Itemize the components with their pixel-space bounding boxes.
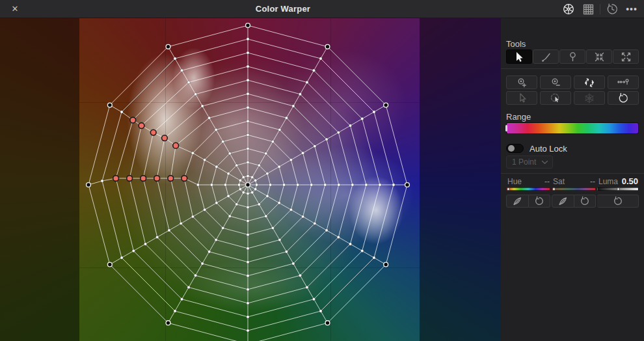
hue-marker xyxy=(507,187,510,191)
close-icon[interactable]: ✕ xyxy=(9,3,21,15)
range-hue-bar[interactable] xyxy=(506,122,639,134)
more-options-icon[interactable]: ••• xyxy=(622,0,641,18)
range-handle[interactable] xyxy=(505,125,507,131)
selection-row xyxy=(506,91,639,105)
panel-divider xyxy=(501,173,644,174)
luma-marker xyxy=(617,187,620,191)
reset-mesh-button[interactable] xyxy=(608,91,639,105)
warp-mesh[interactable] xyxy=(0,18,501,341)
sat-label: Sat xyxy=(553,177,565,186)
sat-buttons xyxy=(552,195,596,208)
color-wheel-view-icon[interactable] xyxy=(559,0,578,18)
tools-heading: Tools xyxy=(506,39,526,49)
draw-tool[interactable] xyxy=(533,49,559,64)
compress-tool[interactable] xyxy=(586,49,612,64)
hue-reset-button[interactable] xyxy=(529,195,551,208)
titlebar-actions: ••• xyxy=(559,0,641,18)
point-mode-value: 1 Point xyxy=(512,157,536,167)
point-edit-row xyxy=(506,75,639,89)
hue-strip xyxy=(506,187,550,191)
pin-tool[interactable] xyxy=(559,49,585,64)
auto-lock-toggle[interactable] xyxy=(506,144,524,153)
page-title: Color Warper xyxy=(215,0,351,18)
tool-mode-row xyxy=(506,49,639,64)
history-reset-icon[interactable] xyxy=(602,0,622,18)
warp-viewer xyxy=(0,18,501,341)
hue-feather-button[interactable] xyxy=(506,195,529,208)
remove-point-button[interactable] xyxy=(540,75,571,89)
hue-value: -- xyxy=(527,177,550,186)
titlebar-separator xyxy=(600,4,600,14)
luma-reset-button[interactable] xyxy=(597,195,639,208)
range-heading: Range xyxy=(506,112,531,122)
point-mode-dropdown[interactable]: 1 Point xyxy=(506,156,553,169)
luma-value: 0.50 xyxy=(615,176,638,186)
add-point-button[interactable] xyxy=(506,75,537,89)
rotate-points-button[interactable] xyxy=(574,75,605,89)
lasso-select-button[interactable] xyxy=(540,91,571,105)
luma-strip xyxy=(597,187,639,191)
pick-point-button[interactable] xyxy=(506,91,537,105)
sat-value: -- xyxy=(572,177,595,186)
toggle-knob xyxy=(508,145,515,152)
sat-strip xyxy=(552,187,596,191)
sat-marker xyxy=(552,187,556,191)
panel-divider xyxy=(501,68,644,69)
tools-panel: Tools xyxy=(501,18,644,341)
color-warper-window: ✕ Color Warper xyxy=(0,0,644,341)
titlebar: ✕ Color Warper xyxy=(0,0,644,18)
sat-reset-button[interactable] xyxy=(574,195,597,208)
hue-label: Hue xyxy=(507,177,522,186)
sat-feather-button[interactable] xyxy=(552,195,574,208)
hue-buttons xyxy=(506,195,550,208)
chevron-down-icon xyxy=(541,160,548,165)
auto-lock-label: Auto Lock xyxy=(530,144,567,154)
expand-tool[interactable] xyxy=(613,49,639,64)
grid-view-icon[interactable] xyxy=(578,0,598,18)
select-tool[interactable] xyxy=(506,49,532,64)
luma-buttons xyxy=(597,195,639,208)
freeze-button[interactable] xyxy=(574,91,605,105)
convert-to-pin-button[interactable] xyxy=(608,75,639,89)
